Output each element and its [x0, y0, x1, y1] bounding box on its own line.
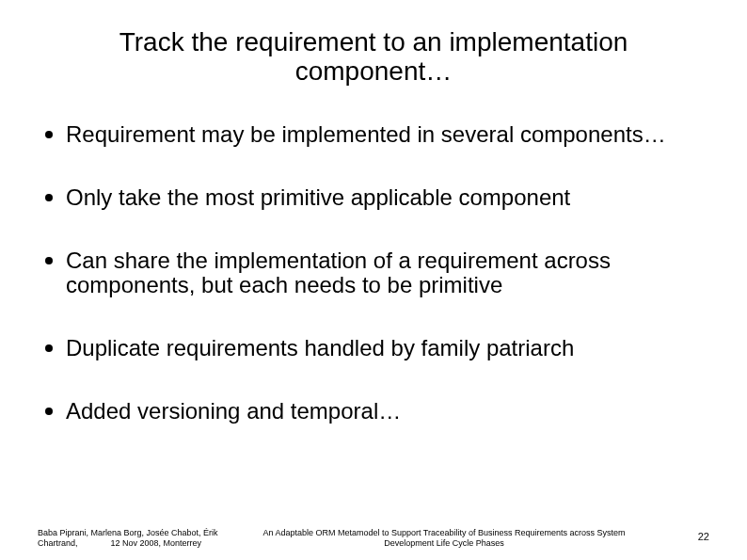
bullet-item: Can share the implementation of a requir… [38, 248, 709, 296]
footer-page-number: 22 [698, 531, 709, 543]
footer-left: Baba Piprani, Marlena Borg, Josée Chabot… [38, 528, 245, 549]
slide: Track the requirement to an implementati… [0, 0, 747, 560]
bullet-item: Requirement may be implemented in severa… [38, 122, 709, 146]
bullet-item: Duplicate requirements handled by family… [38, 336, 709, 360]
bullet-item: Only take the most primitive applicable … [38, 185, 709, 209]
footer-center: An Adaptable ORM Metamodel to Support Tr… [246, 528, 642, 549]
bullet-item: Added versioning and temporal… [38, 399, 709, 423]
slide-content: Requirement may be implemented in severa… [38, 122, 709, 462]
footer-date-place: 12 Nov 2008, Monterrey [111, 538, 202, 548]
slide-title: Track the requirement to an implementati… [56, 28, 691, 87]
bullet-list: Requirement may be implemented in severa… [38, 122, 709, 423]
